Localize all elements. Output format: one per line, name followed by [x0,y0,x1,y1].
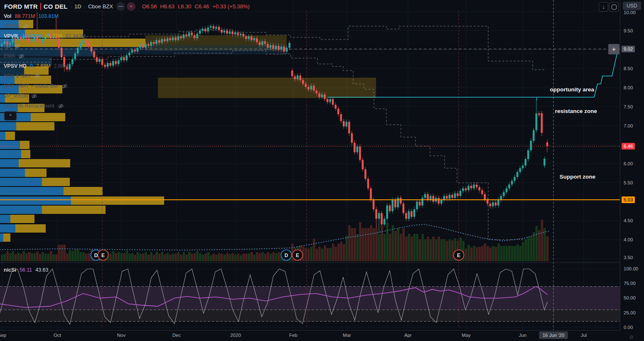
candle-body [134,50,136,52]
price-tick: 6.00 [624,161,633,166]
eye-hidden-icon[interactable] [61,83,68,89]
time-axis[interactable]: SepOctNovDec2020FebMarAprMayJunJul16 Jun… [0,330,620,341]
volume-bar [207,252,209,261]
volume-bar [175,254,177,261]
eye-hidden-icon[interactable] [31,93,37,99]
volume-bar [248,254,250,261]
legend-row-smma[interactable]: SMMA [4,22,29,30]
legend-row-vp-v053b[interactable]: VP_v053b [4,92,37,100]
maximize-pane-button[interactable] [609,2,619,12]
legend-row-vpvr[interactable]: VPVR34.632M22.71M57.343M [4,32,86,40]
volume-bar [188,252,191,261]
price-label-9.02[interactable]: 9.02 [622,46,635,52]
candle-body [85,40,87,43]
volume-bar [541,220,543,261]
candle-body [300,76,302,80]
volume-bar [381,225,383,261]
annotation-resistance-zone[interactable]: resistance zone [555,108,597,114]
volume-bar [234,255,237,261]
candle-body [112,61,114,66]
symbol-name-right[interactable]: CO DEL [44,3,68,10]
candle-body [416,202,418,209]
candle-body [107,63,109,67]
volume-bar [321,249,324,262]
selected-date-label[interactable]: 16 Jun '20 [539,331,568,339]
candle-body [74,54,76,59]
candle-body [362,160,364,169]
volume-bar [367,228,370,261]
event-marker-letter: E [457,253,460,258]
candle-body [242,34,244,36]
legend-row-vol[interactable]: Vol88.771M103.81M [4,12,59,20]
candle-body [462,188,464,191]
collapse-legend-button[interactable]: ^ [4,111,17,120]
volume-bar [403,228,405,261]
volume-bar [47,254,49,261]
volume-bar [538,230,541,261]
volume-bar [22,251,25,261]
volume-bar [226,253,229,261]
volume-bar [221,254,223,261]
candle-body [291,71,293,76]
wave-indicator-icon[interactable]: ≈ [127,2,135,11]
candle-body [302,80,304,84]
volume-bar [185,255,188,261]
candle-body [346,122,348,126]
eye-hidden-icon[interactable] [23,24,29,29]
candle-body [234,32,236,34]
candle-body [337,108,339,114]
legend-row-nr4-nr7[interactable]: NR4 & NR7 [4,72,40,80]
symbol-name-left[interactable]: FORD MTR [4,3,38,10]
volume-bar [334,247,337,261]
candle-body [275,46,277,49]
oscillator-legend-row[interactable]: nicSi56.1143.63 [4,266,49,274]
candle-body [224,31,226,33]
theme-sun-icon[interactable]: ☼ [629,333,634,340]
profile-bar-blue [0,150,21,158]
candle-body [310,86,312,89]
price-axis[interactable]: USD ☼ 10.009.508.508.007.507.006.005.504… [620,0,644,330]
profile-bar-olive [15,224,46,233]
volume-bar [527,237,530,261]
volume-bar [430,239,432,261]
eye-hidden-icon[interactable] [18,54,25,59]
volume-bar [405,237,408,262]
interval-label[interactable]: 1D [74,3,81,10]
eye-hidden-icon[interactable] [34,74,40,79]
crosshair-plus-marker[interactable]: + [608,44,619,54]
candle-body [324,94,326,99]
candle-body [492,202,494,206]
annotation-support-zone[interactable]: Support zone [560,174,595,180]
volume-bar [516,244,519,261]
legend-label: NR4 & NR7 [4,73,31,79]
scroll-to-recent-button[interactable]: ↓ [599,2,608,12]
volume-bar [145,252,147,261]
candle-body [199,31,201,34]
volume-bar [378,234,381,261]
legend-row-nr4-nr7-inside-bar[interactable]: NR4 / NR7 + Inside Bar [4,82,68,90]
exchange-label[interactable]: Cboe BZX [88,3,113,10]
candle-body [421,198,423,205]
event-marker-letter: E [296,253,299,258]
eye-hidden-icon[interactable] [14,44,20,49]
legend-row-vpsv-hd[interactable]: VPSV HD02.69M2.69M [4,62,68,70]
legend-row-auto-fib-retracement[interactable]: Auto Fib Retracement [4,102,64,110]
price-tick: 4.50 [624,218,633,223]
chart-canvas[interactable]: DEDEE [0,0,620,330]
price-tick: 4.00 [624,237,633,242]
price-label-6.46[interactable]: 6.46 [622,143,635,150]
candle-body [167,38,169,41]
minimize-legend-icon[interactable]: — [116,2,125,11]
volume-bar [39,254,42,261]
volume-bar [196,251,199,261]
legend-row-ema[interactable]: EMA [4,52,25,60]
legend-row-bd[interactable]: BD [4,42,20,50]
currency-button[interactable]: USD [623,2,641,10]
candle-body [131,50,133,53]
price-label-5.03[interactable]: 5.03 [622,196,635,203]
legend-label: VPSV HD [4,63,27,69]
eye-hidden-icon[interactable] [58,103,64,109]
candle-body [80,44,82,48]
annotation-opportunity-area[interactable]: opportunity area [550,86,594,93]
candle-body [484,194,486,200]
